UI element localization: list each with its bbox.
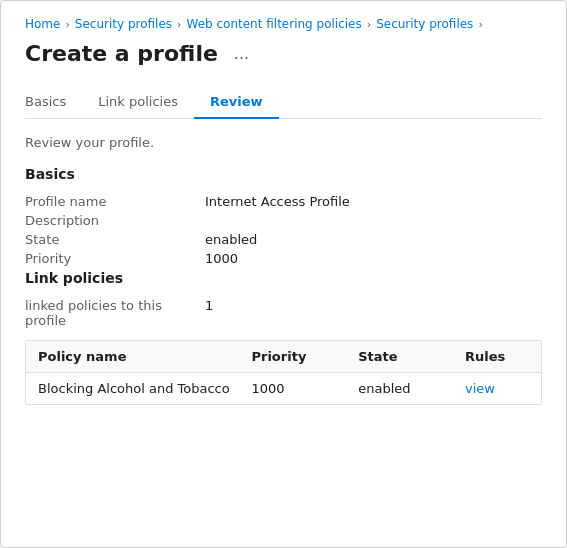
linked-policies-value: 1 <box>205 298 213 328</box>
tab-review[interactable]: Review <box>194 86 279 119</box>
priority-label: Priority <box>25 251 205 266</box>
breadcrumb-sep-1: › <box>65 18 69 31</box>
page-header: Create a profile ... <box>25 41 542 66</box>
link-policies-section: Link policies linked policies to this pr… <box>25 270 542 405</box>
breadcrumb-sep-2: › <box>177 18 181 31</box>
tab-link-policies[interactable]: Link policies <box>82 86 194 119</box>
cell-state: enabled <box>358 381 465 396</box>
state-value: enabled <box>205 232 257 247</box>
field-profile-name: Profile name Internet Access Profile <box>25 194 542 209</box>
basics-section: Basics Profile name Internet Access Prof… <box>25 166 542 266</box>
state-label: State <box>25 232 205 247</box>
cell-priority: 1000 <box>251 381 358 396</box>
description-label: Description <box>25 213 205 228</box>
more-options-button[interactable]: ... <box>228 42 255 65</box>
table-row: Blocking Alcohol and Tobacco 1000 enable… <box>26 373 541 404</box>
field-description: Description <box>25 213 542 228</box>
priority-value: 1000 <box>205 251 238 266</box>
breadcrumb-home[interactable]: Home <box>25 17 60 31</box>
field-priority: Priority 1000 <box>25 251 542 266</box>
cell-rules-view-link[interactable]: view <box>465 381 529 396</box>
page-title: Create a profile <box>25 41 218 66</box>
column-policy-name: Policy name <box>38 349 251 364</box>
linked-policies-row: linked policies to this profile 1 <box>25 298 542 328</box>
review-description: Review your profile. <box>25 135 542 150</box>
basics-section-title: Basics <box>25 166 542 182</box>
tab-basics[interactable]: Basics <box>25 86 82 119</box>
breadcrumb-security-profiles-1[interactable]: Security profiles <box>75 17 172 31</box>
cell-policy-name: Blocking Alcohol and Tobacco <box>38 381 251 396</box>
breadcrumb-web-content[interactable]: Web content filtering policies <box>187 17 362 31</box>
column-rules: Rules <box>465 349 529 364</box>
linked-policies-label: linked policies to this profile <box>25 298 205 328</box>
column-state: State <box>358 349 465 364</box>
breadcrumb-sep-3: › <box>367 18 371 31</box>
breadcrumb-security-profiles-2[interactable]: Security profiles <box>376 17 473 31</box>
breadcrumb: Home › Security profiles › Web content f… <box>25 17 542 31</box>
breadcrumb-sep-4: › <box>478 18 482 31</box>
profile-name-value: Internet Access Profile <box>205 194 350 209</box>
column-priority: Priority <box>251 349 358 364</box>
field-state: State enabled <box>25 232 542 247</box>
main-window: Home › Security profiles › Web content f… <box>0 0 567 548</box>
policies-table: Policy name Priority State Rules Blockin… <box>25 340 542 405</box>
link-policies-section-title: Link policies <box>25 270 542 286</box>
profile-name-label: Profile name <box>25 194 205 209</box>
review-content: Review your profile. Basics Profile name… <box>25 135 542 405</box>
tab-bar: Basics Link policies Review <box>25 86 542 119</box>
table-header: Policy name Priority State Rules <box>26 341 541 373</box>
